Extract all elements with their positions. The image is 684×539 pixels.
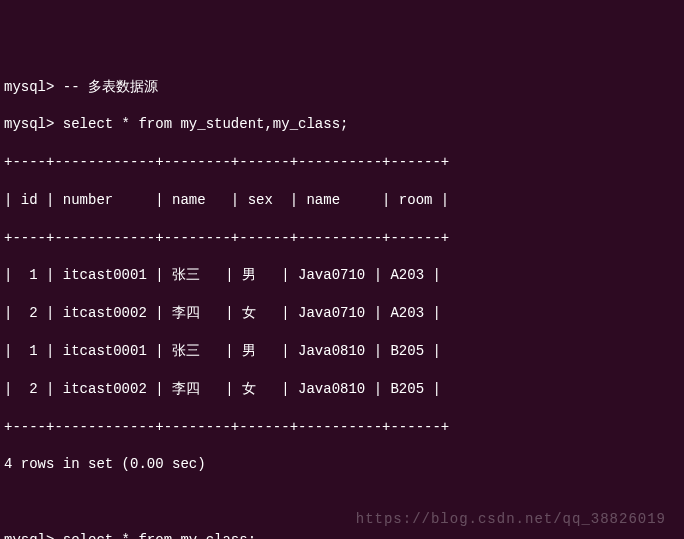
prompt-query-2[interactable]: mysql> select * from my_class; [4, 531, 680, 539]
result-1: 4 rows in set (0.00 sec) [4, 455, 680, 474]
watermark-link: https://blog.csdn.net/qq_38826019 [356, 510, 666, 529]
table1-row-4: | 2 | itcast0002 | 李四 | 女 | Java0810 | B… [4, 380, 680, 399]
prompt-comment: mysql> -- 多表数据源 [4, 78, 680, 97]
table1-sep-top: +----+------------+--------+------+-----… [4, 153, 680, 172]
prompt-query-1[interactable]: mysql> select * from my_student,my_class… [4, 115, 680, 134]
table1-sep-mid: +----+------------+--------+------+-----… [4, 229, 680, 248]
table1-row-1: | 1 | itcast0001 | 张三 | 男 | Java0710 | A… [4, 266, 680, 285]
table1-row-2: | 2 | itcast0002 | 李四 | 女 | Java0710 | A… [4, 304, 680, 323]
table1-sep-bot: +----+------------+--------+------+-----… [4, 418, 680, 437]
table1-header: | id | number | name | sex | name | room… [4, 191, 680, 210]
table1-row-3: | 1 | itcast0001 | 张三 | 男 | Java0810 | B… [4, 342, 680, 361]
